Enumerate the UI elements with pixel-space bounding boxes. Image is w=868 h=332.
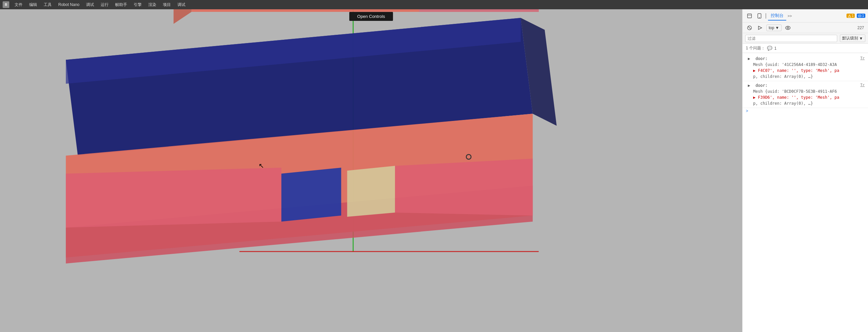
entry-label-2: door: [755,83,767,88]
warning-badge: 1 [846,13,855,18]
svg-marker-18 [66,168,281,228]
entry-line2-2: ▶ F39D6', name: '', type: 'Mesh', pa [753,95,839,100]
tr-link-2[interactable]: Tr [860,83,865,88]
block-icon-btn[interactable] [745,24,754,32]
chevron-down-icon: ▼ [775,26,779,30]
menu-project[interactable]: 项目 [160,1,174,8]
right-number: 227 [858,26,865,30]
entry-label-1: door: [755,56,767,61]
console-entry-2: ▶ door: Tr Mesh {uuid: 'BCD0CF7B-5E3B-49… [743,81,868,108]
level-dropdown-btn[interactable]: 默认级别 ▼ [840,34,865,42]
scene-svg [0,9,742,332]
level-chevron-icon: ▼ [859,36,863,41]
svg-marker-19 [395,159,533,216]
device-icon-btn[interactable] [755,11,764,20]
app-logo: R [3,1,9,8]
inspector-icon-btn[interactable] [745,11,754,20]
entry-line1-1: Mesh {uuid: '41C256A4-4189-4D32-A3A [753,62,837,67]
menu-engine[interactable]: 引擎 [131,1,144,8]
svg-marker-10 [419,9,539,12]
entry-line2-1: ▶ F4C07', name: '', type: 'Mesh', pa [753,68,839,73]
menu-frame[interactable]: 帧助手 [113,1,130,8]
devtools-filter-bar: 默认级别 ▼ [743,33,868,44]
svg-point-32 [785,26,790,29]
entry-line3-1: p, children: Array(0), …} [753,74,813,79]
svg-point-24 [759,17,760,18]
console-content[interactable]: ▶ door: Tr Mesh {uuid: '41C256A4-4189-4D… [743,53,868,332]
svg-line-30 [748,27,751,29]
devtools-toolbar: 控制台 >> 1 1 [743,9,868,23]
menu-debug2[interactable]: 调试 [175,1,188,8]
entry-line3-2: p, children: Array(0), …} [753,101,813,106]
svg-rect-21 [747,14,751,18]
svg-marker-31 [758,26,762,29]
expand-arrow-1[interactable]: ▶ [748,56,752,62]
menu-file[interactable]: 文件 [12,1,25,8]
eye-icon-btn[interactable] [783,24,792,32]
expand-arrow-2[interactable]: ▶ [748,83,752,88]
menu-tools[interactable]: 工具 [41,1,54,8]
main-area: Open Controls [0,9,868,332]
open-controls-button[interactable]: Open Controls [349,12,393,21]
svg-marker-16 [281,168,341,222]
tr-link-1[interactable]: Tr [860,56,865,61]
devtools-toolbar2: top ▼ 227 [743,23,868,33]
issue-chat-icon: 💬 [767,46,772,51]
console-entry-1: ▶ door: Tr Mesh {uuid: '41C256A4-4189-4D… [743,54,868,81]
entry-line1-2: Mesh {uuid: 'BCD0CF7B-5E3B-4911-AF6 [753,89,837,94]
issue-count: 1 [774,46,777,51]
menu-run[interactable]: 运行 [98,1,111,8]
filter-input[interactable] [745,35,837,42]
top-dropdown-btn[interactable]: top ▼ [766,25,782,31]
viewport-3d[interactable]: Open Controls [0,9,742,332]
message-badge: 1 [857,13,865,18]
menu-bar: R 文件 编辑 工具 Robot Nano 调试 运行 帧助手 引擎 渲染 项目… [0,0,868,9]
tab-console[interactable]: 控制台 [768,11,786,21]
menu-robot[interactable]: Robot Nano [56,2,82,8]
tab-more-chevron[interactable]: >> [787,14,792,18]
toolbar-divider [766,13,766,19]
expand-more-btn[interactable]: > [743,108,868,114]
svg-marker-17 [347,166,395,217]
issue-count-label: 1 个问题： [746,46,765,51]
svg-point-33 [787,27,788,28]
devtools-panel: 控制台 >> 1 1 [742,9,868,332]
issue-bar: 1 个问题： 💬 1 [743,44,868,53]
play-icon-btn[interactable] [756,24,764,32]
menu-render[interactable]: 渲染 [146,1,159,8]
menu-debug[interactable]: 调试 [84,1,97,8]
menu-edit[interactable]: 编辑 [27,1,40,8]
